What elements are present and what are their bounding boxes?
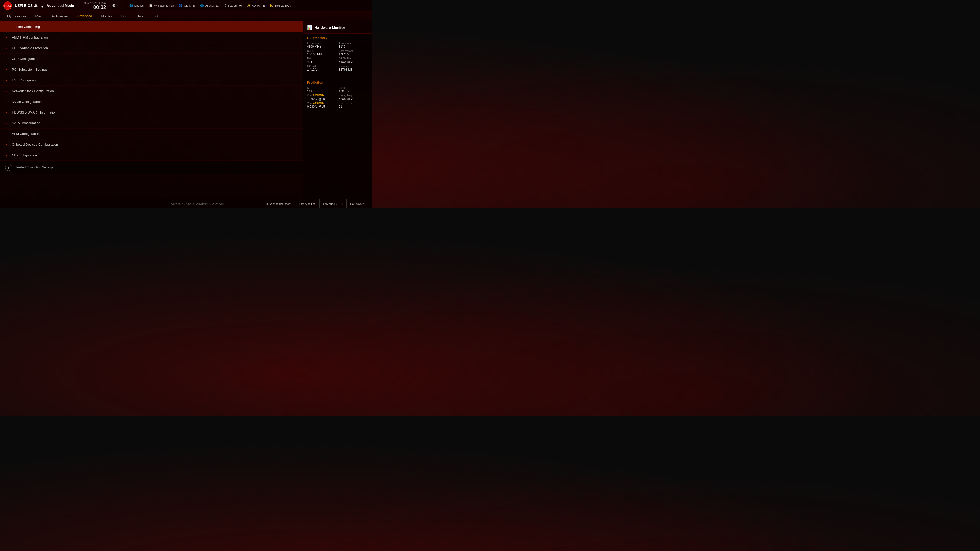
hw-v4300-cell: V for 4300MHz 0.930 V @L5 [307, 102, 336, 108]
arrow-icon: ► [5, 25, 8, 28]
hw-sp-cell: SP 119 [307, 86, 336, 93]
app-title: UEFI BIOS Utility - Advanced Mode [15, 3, 74, 8]
hw-frequency-cell: Frequency 4300 MHz [307, 42, 336, 48]
hw-heavy-freq-cell: Heavy Freq 5205 MHz [339, 94, 368, 101]
arrow-icon: ► [5, 89, 8, 92]
info-text: Trusted Computing Settings [15, 165, 53, 169]
menu-item-usb-config[interactable]: ► USB Configuration [0, 75, 303, 86]
arrow-icon: ► [5, 100, 8, 103]
hw-sp-cooler-row: SP 119 Cooler 166 pts [307, 86, 368, 93]
globe-icon: 🌐 [129, 4, 133, 7]
clock-display: 00:32 [94, 5, 106, 10]
hw-prediction-section: Prediction SP 119 Cooler 166 pts V for 5… [303, 78, 372, 111]
menu-item-nb-config[interactable]: ► NB Configuration [0, 150, 303, 161]
version-text: Version 2.22.1284 Copyright (C) 2024 AMI [133, 202, 262, 205]
menu-item-trusted-computing[interactable]: ► Trusted Computing [0, 21, 303, 32]
topbar-divider [79, 3, 80, 9]
nav-boot[interactable]: Boot [117, 11, 133, 21]
hw-bclk-corevolt-row: BCLK 100.00 MHz Core Voltage 1.376 V [307, 49, 368, 56]
arrow-icon: ► [5, 143, 8, 146]
hardware-monitor-panel: 📊 Hardware Monitor CPU/Memory Frequency … [303, 21, 372, 199]
arrow-icon: ► [5, 47, 8, 49]
hw-dram-freq-cell: DRAM Freq. 6400 MHz [339, 57, 368, 64]
favorite-icon: 📋 [149, 4, 153, 7]
qfan-btn[interactable]: 🌀 Qfan(F6) [177, 3, 197, 8]
hot-keys-btn[interactable]: Hot Keys ? [347, 199, 368, 208]
hw-monitor-title-bar: 📊 Hardware Monitor [303, 21, 372, 34]
top-bar: ROG UEFI BIOS Utility - Advanced Mode 09… [0, 0, 372, 11]
hw-ratio-dram-row: Ratio 43x DRAM Freq. 6400 MHz [307, 57, 368, 64]
menu-item-onboard-devices[interactable]: ► Onboard Devices Configuration [0, 139, 303, 150]
resize-icon: 📐 [270, 4, 274, 7]
nav-my-favorites[interactable]: My Favorites [3, 11, 30, 21]
search-icon: ? [225, 4, 227, 7]
info-bar: i Trusted Computing Settings [0, 161, 303, 174]
nav-tool[interactable]: Tool [133, 11, 148, 21]
hw-dos-thresh-cell: Dos Thresh 91 [339, 102, 368, 108]
nav-monitor[interactable]: Monitor [97, 11, 117, 21]
q-dashboard-btn[interactable]: Q-Dashboard(Insert) [262, 199, 295, 208]
menu-item-network-stack[interactable]: ► Network Stack Configuration [0, 86, 303, 97]
hw-mc-volt-cell: MC Volt. 1.412 V [307, 65, 336, 71]
hw-bclk-cell: BCLK 100.00 MHz [307, 49, 336, 56]
arrow-icon: ► [5, 68, 8, 71]
ai-icon: 🌐 [200, 4, 204, 7]
my-favorite-btn[interactable]: 📋 My Favorite(F3) [147, 3, 176, 8]
nav-ai-tweaker[interactable]: Ai Tweaker [47, 11, 73, 21]
datetime-area: 09/27/2024 Friday 00:32 [84, 1, 106, 10]
aura-icon: ✨ [247, 4, 251, 7]
main-layout: ► Trusted Computing ► AMD fTPM configura… [0, 21, 372, 199]
hw-prediction-title: Prediction [307, 81, 368, 84]
ai-oc-btn[interactable]: 🌐 AI OC(F11) [198, 3, 221, 8]
info-icon: i [5, 164, 12, 171]
hw-mcvolt-capacity-row: MC Volt. 1.412 V Capacity 32768 MB [307, 65, 368, 71]
status-bar: Version 2.22.1284 Copyright (C) 2024 AMI… [0, 199, 372, 208]
nav-advanced[interactable]: Advanced [73, 11, 97, 21]
content-area: ► Trusted Computing ► AMD fTPM configura… [0, 21, 303, 199]
hw-v5205-heavyfreq-row: V for 5205MHz 1.260 V @L5 Heavy Freq 520… [307, 94, 368, 101]
hw-v5205-cell: V for 5205MHz 1.260 V @L5 [307, 94, 336, 101]
hw-v4300-dosthresh-row: V for 4300MHz 0.930 V @L5 Dos Thresh 91 [307, 102, 368, 108]
status-actions: Q-Dashboard(Insert) Last Modified EzMode… [262, 199, 368, 208]
menu-item-nvme-config[interactable]: ► NVMe Configuration [0, 97, 303, 107]
rog-logo: ROG [3, 1, 12, 10]
menu-item-hdd-ssd-smart[interactable]: ► HDD/SSD SMART Information [0, 107, 303, 118]
hw-cpu-memory-section: CPU/Memory Frequency 4300 MHz Temperatur… [303, 34, 372, 74]
menu-item-cpu-config[interactable]: ► CPU Configuration [0, 54, 303, 64]
arrow-icon: ► [5, 79, 8, 82]
hw-cpu-memory-title: CPU/Memory [307, 36, 368, 40]
aura-btn[interactable]: ✨ AURA(F4) [245, 3, 267, 8]
menu-item-pci-subsystem[interactable]: ► PCI Subsystem Settings [0, 64, 303, 75]
monitor-icon: 📊 [307, 25, 312, 30]
arrow-icon: ► [5, 122, 8, 124]
nav-bar: My Favorites Main Ai Tweaker Advanced Mo… [0, 11, 372, 21]
arrow-icon: ► [5, 111, 8, 114]
hw-monitor-title: Hardware Monitor [315, 25, 345, 30]
hw-cooler-cell: Cooler 166 pts [339, 86, 368, 93]
menu-item-amd-ftpm[interactable]: ► AMD fTPM configuration [0, 32, 303, 43]
nav-exit[interactable]: Exit [148, 11, 163, 21]
arrow-icon: ► [5, 36, 8, 39]
menu-list: ► Trusted Computing ► AMD fTPM configura… [0, 21, 303, 161]
menu-item-uefi-variable[interactable]: ► UEFI Variable Protection [0, 43, 303, 54]
last-modified-btn[interactable]: Last Modified [295, 199, 319, 208]
hw-freq-temp-row: Frequency 4300 MHz Temperature 31°C [307, 42, 368, 48]
hw-core-voltage-cell: Core Voltage 1.376 V [339, 49, 368, 56]
hw-divider [303, 76, 372, 76]
settings-gear-icon[interactable]: ⚙ [110, 2, 117, 9]
ez-mode-btn[interactable]: EzMode(F7) →| [320, 199, 347, 208]
fan-icon: 🌀 [179, 4, 183, 7]
menu-item-sata-config[interactable]: ► SATA Configuration [0, 118, 303, 129]
hw-temperature-cell: Temperature 31°C [339, 42, 368, 48]
svg-text:ROG: ROG [4, 4, 11, 7]
english-btn[interactable]: 🌐 English [127, 3, 146, 8]
logo-area: ROG UEFI BIOS Utility - Advanced Mode [3, 1, 74, 10]
search-btn[interactable]: ? Search(F9) [223, 3, 244, 8]
nav-main[interactable]: Main [30, 11, 47, 21]
top-bar-actions: 🌐 English 📋 My Favorite(F3) 🌀 Qfan(F6) 🌐… [127, 3, 369, 8]
menu-item-apm-config[interactable]: ► APM Configuration [0, 129, 303, 139]
resize-bar-btn[interactable]: 📐 ReSize BAR [268, 3, 293, 8]
arrow-icon: ► [5, 154, 8, 157]
arrow-icon: ► [5, 132, 8, 135]
arrow-icon: ► [5, 57, 8, 60]
